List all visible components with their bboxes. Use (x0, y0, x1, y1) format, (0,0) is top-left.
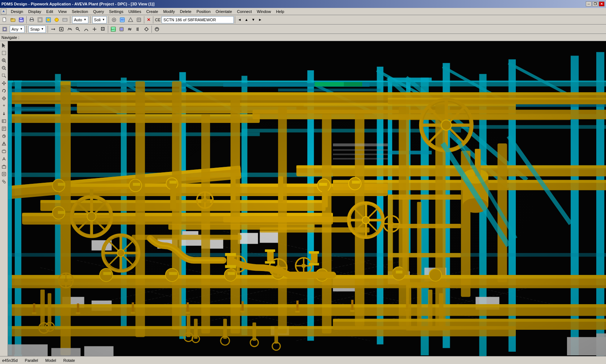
svg-marker-57 (2, 83, 3, 84)
tb2-btn4[interactable] (74, 25, 82, 33)
any-dropdown[interactable]: Any ▼ (10, 26, 25, 33)
tool-arrow-down[interactable] (0, 110, 8, 117)
menu-display[interactable]: Display (26, 9, 43, 14)
tool-settings2[interactable] (0, 125, 8, 132)
tool-settings8[interactable] (0, 170, 8, 178)
mode-dropdown[interactable]: Auto ▼ (72, 16, 88, 23)
svg-marker-59 (2, 91, 3, 92)
tb2-btn10[interactable] (126, 25, 134, 33)
menu-delete[interactable]: Delete (178, 9, 194, 14)
tb2-btn5[interactable] (82, 25, 90, 33)
svg-point-67 (3, 120, 4, 122)
tb-icon4[interactable] (135, 16, 143, 24)
tb2-btn3[interactable] (66, 25, 74, 33)
tb-open-btn[interactable] (9, 16, 17, 24)
menu-orientate[interactable]: Orientate (214, 9, 234, 14)
tool-rotate[interactable] (0, 87, 8, 94)
svg-point-86 (2, 180, 4, 182)
menu-design[interactable]: Design (9, 9, 25, 14)
tool-settings1[interactable] (0, 117, 8, 125)
tb-new-btn[interactable] (1, 16, 9, 24)
svg-text:3D: 3D (120, 18, 124, 21)
menu-window[interactable]: Window (255, 9, 273, 14)
svg-marker-56 (3, 84, 5, 85)
tb-print-btn[interactable] (28, 16, 36, 24)
snap-dropdown[interactable]: Snap ▼ (28, 26, 46, 33)
svg-text:+: + (3, 104, 5, 108)
tool-crosshair[interactable] (0, 95, 8, 102)
svg-line-52 (5, 76, 6, 77)
nav-up-button[interactable]: ▲ (243, 17, 250, 23)
svg-line-49 (5, 69, 6, 70)
nav-next-button[interactable]: ► (257, 17, 263, 23)
tool-zoom-box[interactable] (0, 72, 8, 79)
minimize-button[interactable]: ─ (586, 1, 592, 6)
tb-solid-btn[interactable] (53, 16, 61, 24)
menu-connect[interactable]: Connect (235, 9, 254, 14)
tool-zoom-out[interactable] (0, 65, 8, 72)
tb2-btn1[interactable] (49, 25, 57, 33)
menu-query[interactable]: Query (91, 9, 106, 14)
tb-wframe-btn[interactable] (36, 16, 44, 24)
tb2-btn8[interactable]: IMG (109, 25, 117, 33)
tb-icon2[interactable]: 3D (118, 16, 126, 24)
tool-settings3[interactable] (0, 133, 8, 140)
tb2-btn9[interactable] (118, 25, 126, 33)
menu-edit[interactable]: Edit (44, 9, 55, 14)
svg-rect-14 (63, 18, 67, 21)
tool-settings7[interactable] (0, 163, 8, 170)
tool-settings9[interactable] (0, 178, 8, 185)
tool-settings6[interactable] (0, 155, 8, 163)
tool-settings4[interactable] (0, 140, 8, 147)
tool-select-box[interactable] (0, 49, 8, 57)
svg-marker-82 (3, 165, 5, 166)
svg-rect-81 (2, 166, 6, 168)
menu-position[interactable]: Position (194, 9, 213, 14)
menu-modify[interactable]: Modify (161, 9, 177, 14)
svg-marker-55 (3, 81, 5, 82)
nav-down-button[interactable]: ▼ (250, 17, 256, 23)
ce-path-field[interactable]: SCTN 186 of S8FRAMEWOR (162, 16, 234, 23)
menu-utilities[interactable]: Utilities (126, 9, 143, 14)
tool-zoom-in[interactable] (0, 57, 8, 64)
svg-rect-35 (120, 28, 123, 30)
projection-display: Parallel (25, 358, 38, 363)
tb2-btn13[interactable] (153, 25, 161, 33)
restore-button[interactable]: ❐ (592, 1, 598, 6)
menu-create[interactable]: Create (144, 9, 160, 14)
sep2 (70, 16, 70, 23)
nav-prev-button[interactable]: ◄ (236, 17, 243, 23)
tb-extra1-btn[interactable] (61, 16, 69, 24)
svg-line-45 (5, 61, 6, 62)
svg-rect-68 (2, 127, 6, 130)
tb-render-btn[interactable] (44, 16, 52, 24)
tb2-btn11[interactable] (134, 25, 142, 33)
solid-dropdown-arrow: ▼ (102, 18, 105, 21)
sep3 (90, 16, 91, 23)
menu-bar: A Design Display Edit View Selection Que… (0, 8, 606, 15)
tool-settings5[interactable] (0, 148, 8, 155)
3d-viewport[interactable] (8, 41, 606, 356)
tb2-select-icon[interactable] (1, 25, 9, 33)
menu-view[interactable]: View (56, 9, 69, 14)
tb2-btn2[interactable] (57, 25, 65, 33)
cancel-button[interactable]: ✕ (145, 17, 152, 23)
tb-icon3[interactable] (127, 16, 135, 24)
snap-dropdown-arrow: ▼ (41, 27, 44, 31)
tb2-btn12[interactable] (142, 25, 150, 33)
tb-save-btn[interactable] (17, 16, 25, 24)
menu-settings[interactable]: Settings (107, 9, 126, 14)
tool-pan[interactable] (0, 80, 8, 87)
svg-marker-65 (3, 114, 5, 115)
svg-point-12 (47, 18, 50, 21)
svg-point-76 (4, 145, 4, 145)
tb2-btn6[interactable] (91, 25, 98, 33)
close-button[interactable]: ✕ (599, 1, 605, 6)
tb2-btn7[interactable] (99, 25, 107, 33)
tool-cursor[interactable] (0, 42, 8, 49)
tb-icon1[interactable] (110, 16, 118, 24)
solid-dropdown[interactable]: Soli ▼ (92, 16, 107, 23)
menu-selection[interactable]: Selection (70, 9, 90, 14)
tool-plus[interactable]: + (0, 102, 8, 110)
menu-help[interactable]: Help (274, 9, 286, 14)
